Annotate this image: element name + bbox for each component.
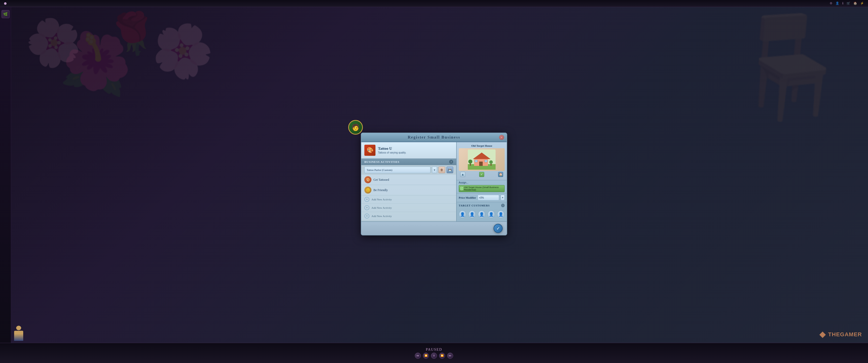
add-activity-item-3[interactable]: + Add New Activity [361, 212, 456, 220]
property-image [459, 148, 505, 171]
property-section: Old Torget House [457, 142, 507, 180]
assign-text: Old Torget House (Small Business Residen… [464, 186, 503, 191]
be-friendly-label: Be Friendly [373, 188, 388, 192]
character-portrait: 🧑 [348, 120, 363, 135]
add-activity-icon-1: + [364, 197, 369, 202]
target-customer-btn-1[interactable]: 👤 [459, 210, 466, 218]
get-tattooed-label: Get Tattooed [373, 178, 389, 182]
confirm-button[interactable]: ✓ [494, 224, 503, 233]
dialog-body: 🎨 Tattoo U Tattoos of varying quality. B… [361, 142, 507, 221]
target-customers-icons-row: 👤 👤 👤 👤 👤 [459, 209, 505, 220]
add-activity-item-2[interactable]: + Add New Activity [361, 204, 456, 212]
be-friendly-icon: 😊 [364, 187, 371, 194]
target-customers-header: Target Customers ? [459, 204, 505, 207]
dialog-title: Register Small Business [408, 135, 460, 140]
add-activity-icon-3: + [364, 213, 369, 219]
house-svg [468, 150, 496, 170]
price-modifier-label: Price Modifier [459, 196, 476, 199]
target-customers-section: Target Customers ? 👤 👤 👤 👤 👤 [457, 202, 507, 221]
save-activity-button[interactable]: 💾 [446, 167, 453, 173]
dialog-titlebar: Register Small Business × [361, 133, 507, 142]
activity-item-be-friendly[interactable]: 😊 Be Friendly [361, 185, 456, 195]
price-modifier-dropdown[interactable]: +0% [478, 195, 499, 200]
delete-activity-button[interactable]: 🗑 [438, 167, 445, 173]
add-activity-label-2: Add New Activity [371, 206, 392, 209]
get-tattooed-icon: 🎨 [364, 176, 371, 183]
target-customers-title: Target Customers [459, 204, 490, 207]
svg-rect-4 [479, 162, 483, 166]
activities-header: Business Activities ? [361, 159, 456, 165]
business-description: Tattoos of varying quality. [378, 151, 453, 154]
close-button[interactable]: × [499, 135, 504, 140]
property-home-button[interactable]: 🏠 [498, 172, 503, 177]
property-active-indicator: ✓ [479, 172, 484, 177]
activity-item-get-tattooed[interactable]: 🎨 Get Tattooed [361, 175, 456, 185]
dialog-left-panel: 🎨 Tattoo U Tattoos of varying quality. B… [361, 142, 456, 221]
add-activity-label-3: Add New Activity [371, 214, 392, 218]
assign-check-icon: ✓ [461, 187, 463, 190]
activity-type-dropdown[interactable]: Tattoo Parlor (Custom) [364, 167, 431, 173]
add-activity-icon-2: + [364, 205, 369, 210]
property-nav-up[interactable]: ▲ [460, 172, 465, 177]
property-name-label: Old Torget House [459, 144, 505, 147]
activity-dropdown-row: Tattoo Parlor (Custom) ▼ 🗑 💾 [361, 165, 456, 175]
activities-title: Business Activities [364, 160, 399, 163]
svg-rect-5 [475, 160, 477, 162]
activities-help-button[interactable]: ? [449, 160, 453, 164]
svg-point-8 [468, 160, 472, 164]
target-customer-btn-3[interactable]: 👤 [478, 210, 486, 218]
dialog-footer: ✓ [361, 221, 507, 235]
business-info: Tattoo U Tattoos of varying quality. [378, 146, 453, 154]
target-customer-btn-2[interactable]: 👤 [468, 210, 476, 218]
assign-option[interactable]: ✓ Old Torget House (Small Business Resid… [459, 185, 505, 192]
target-customer-btn-4[interactable]: 👤 [488, 210, 495, 218]
svg-point-10 [489, 160, 493, 164]
register-business-dialog: Register Small Business × 🎨 Tattoo U Tat… [361, 133, 507, 235]
dropdown-arrow-icon[interactable]: ▼ [432, 167, 437, 173]
business-name: Tattoo U [378, 146, 453, 151]
assign-section: Assign... ✓ Old Torget House (Small Busi… [457, 180, 507, 193]
business-header: 🎨 Tattoo U Tattoos of varying quality. [361, 142, 456, 159]
add-activity-item-1[interactable]: + Add New Activity [361, 195, 456, 204]
add-activity-label-1: Add New Activity [371, 198, 392, 201]
price-section: Price Modifier +0% ▼ [457, 193, 507, 202]
dialog-right-panel: Old Torget House [456, 142, 507, 221]
target-customer-btn-5[interactable]: 👤 [497, 210, 505, 218]
dialog-overlay: 🧑 Register Small Business × 🎨 Tattoo U [0, 0, 868, 363]
property-controls: ▲ ✓ 🏠 [459, 171, 505, 178]
price-dropdown-arrow-icon[interactable]: ▼ [501, 195, 505, 200]
assign-label: Assign... [459, 181, 505, 184]
business-icon: 🎨 [364, 145, 375, 156]
svg-rect-6 [485, 160, 487, 162]
target-customers-help-button[interactable]: ? [501, 204, 505, 207]
